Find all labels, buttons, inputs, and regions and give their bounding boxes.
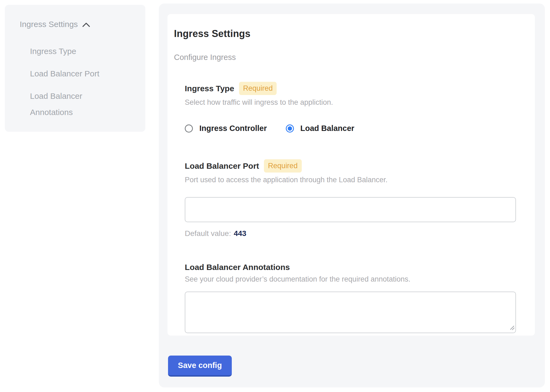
radio-ingress-controller[interactable] [185, 124, 193, 133]
load-balancer-port-description: Port used to access the application thro… [185, 176, 516, 184]
radio-option-ingress-controller[interactable]: Ingress Controller [185, 124, 267, 133]
settings-card: Ingress Settings Configure Ingress Ingre… [167, 14, 535, 336]
page: Ingress Settings Ingress Type Load Balan… [0, 0, 550, 392]
sidebar-item-load-balancer-annotations[interactable]: Load Balancer Annotations [30, 88, 111, 120]
default-value: 443 [234, 229, 246, 238]
chevron-up-icon [82, 21, 90, 27]
required-badge: Required [264, 159, 302, 173]
load-balancer-port-input[interactable] [185, 197, 516, 222]
save-config-button[interactable]: Save config [168, 356, 232, 377]
radio-label-ingress-controller[interactable]: Ingress Controller [199, 124, 267, 133]
radio-label-load-balancer[interactable]: Load Balancer [300, 124, 354, 133]
section-load-balancer-annotations: Load Balancer Annotations See your cloud… [185, 263, 516, 333]
ingress-type-label: Ingress Type [185, 84, 234, 93]
page-title: Ingress Settings [174, 28, 516, 39]
load-balancer-annotations-label: Load Balancer Annotations [185, 263, 290, 272]
radio-option-load-balancer[interactable]: Load Balancer [286, 124, 354, 133]
main-panel: Ingress Settings Configure Ingress Ingre… [159, 4, 545, 387]
ingress-type-radio-group: Ingress Controller Load Balancer [185, 124, 516, 133]
sidebar-group-ingress-settings[interactable]: Ingress Settings [20, 19, 138, 30]
page-subtitle: Configure Ingress [174, 53, 516, 62]
load-balancer-port-label: Load Balancer Port [185, 161, 259, 171]
radio-load-balancer[interactable] [286, 124, 294, 133]
load-balancer-annotations-textarea[interactable] [185, 292, 516, 333]
form-sections: Ingress Type Required Select how traffic… [185, 82, 516, 333]
resize-handle-icon[interactable] [509, 324, 515, 331]
default-value-label: Default value: [185, 229, 231, 238]
section-load-balancer-port: Load Balancer Port Required Port used to… [185, 159, 516, 238]
sidebar-item-load-balancer-port[interactable]: Load Balancer Port [30, 66, 111, 82]
load-balancer-annotations-description: See your cloud provider’s documentation … [185, 275, 516, 283]
sidebar-item-ingress-type[interactable]: Ingress Type [30, 43, 111, 59]
required-badge: Required [239, 82, 277, 95]
default-value-row: Default value:443 [185, 229, 516, 238]
sidebar: Ingress Settings Ingress Type Load Balan… [5, 5, 145, 132]
ingress-type-description: Select how traffic will ingress to the a… [185, 98, 516, 107]
section-ingress-type: Ingress Type Required Select how traffic… [185, 82, 516, 133]
sidebar-group-label: Ingress Settings [20, 19, 78, 30]
